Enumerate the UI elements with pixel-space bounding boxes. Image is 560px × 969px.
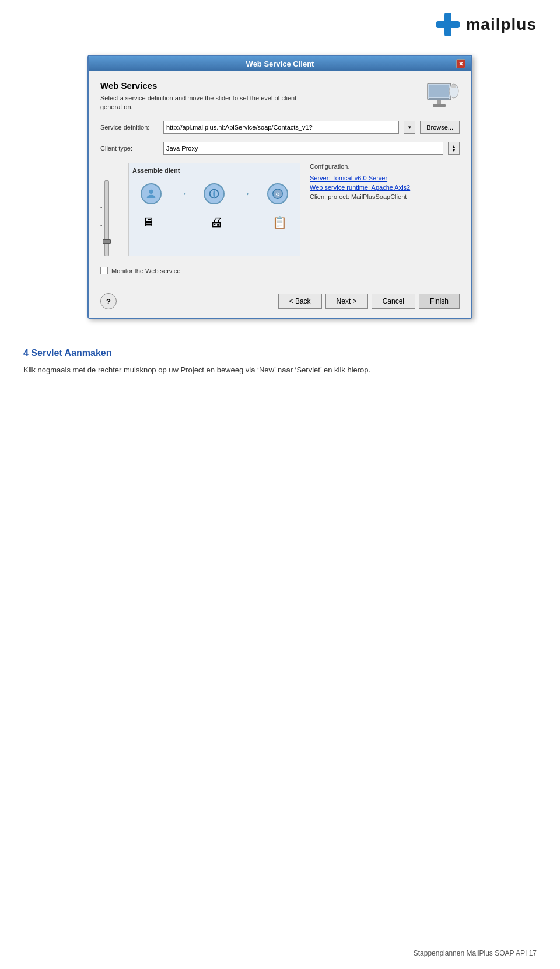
assemble-panel: - - - - Assemble dient (100, 163, 460, 256)
monitor-label: Monitor the Web service (111, 267, 180, 274)
diag-device-2: 🖨 (210, 215, 223, 230)
ws-subtitle: Select a service definition and move the… (100, 94, 296, 112)
slider-area: - - - - (100, 163, 128, 256)
dialog-wrapper: Web Service Client ✕ Web Services Select… (0, 49, 560, 336)
client-type-row: Client type: Java Proxy ▲▼ (100, 142, 460, 155)
browse-button[interactable]: Browse... (420, 121, 460, 134)
svg-rect-1 (436, 21, 460, 28)
ws-header: Web Services Select a service definition… (100, 81, 460, 113)
monitor-row: Monitor the Web service (100, 267, 460, 274)
slider-track-wrap (104, 163, 109, 256)
client-type-select[interactable]: Java Proxy (163, 142, 443, 155)
config-panel: Configuration. Server: Tomcat v6.0 Serve… (300, 163, 460, 256)
next-button[interactable]: Next > (326, 294, 368, 309)
diag-node-1 (141, 183, 162, 204)
dialog-title: Web Service Client (104, 60, 456, 68)
diag-device-3: 📋 (272, 215, 287, 229)
content-section: 4 Servlet Aanmaken Klik nogmaals met de … (0, 336, 560, 377)
client-type-spinner[interactable]: ▲▼ (448, 142, 460, 155)
svg-rect-6 (433, 104, 446, 107)
diag-node-3: ⚙ (267, 183, 288, 204)
dialog-window: Web Service Client ✕ Web Services Select… (88, 55, 473, 319)
help-button[interactable]: ? (100, 293, 117, 309)
service-def-row: Service defnition: ▾ Browse... (100, 121, 460, 134)
diag-device-1: 🖥 (142, 215, 155, 230)
finish-button[interactable]: Finish (419, 294, 460, 309)
dialog-body: Web Services Select a service definition… (89, 71, 471, 284)
server-link[interactable]: Server: Tomcat v6.0 Server (310, 175, 460, 182)
svg-rect-4 (429, 98, 449, 100)
diag-arrow-1: → (178, 189, 187, 199)
ws-section-title: Web Services (100, 81, 296, 90)
assemble-title: Assemble dient (132, 167, 296, 174)
ws-info: Web Services Select a service definition… (100, 81, 296, 112)
logo-text: mailplus (466, 15, 537, 34)
assemble-graphic: Assemble dient → (128, 163, 300, 256)
runtime-link[interactable]: Web service runtime: Apache Axis2 (310, 184, 460, 191)
dialog-close-button[interactable]: ✕ (456, 59, 466, 68)
diag-node-2 (204, 183, 225, 204)
slider-track[interactable] (104, 180, 109, 256)
slider-labels: - - - - (100, 163, 102, 256)
svg-rect-8 (452, 85, 456, 88)
config-title: Configuration. (310, 163, 460, 170)
client-type-value: Java Proxy (166, 145, 198, 152)
service-def-dropdown[interactable]: ▾ (404, 121, 415, 134)
section-heading: 4 Servlet Aanmaken (23, 348, 537, 358)
dialog-footer: ? < Back Next > Cancel Finish (89, 284, 471, 318)
logo-area: mailplus (435, 12, 537, 37)
svg-rect-3 (429, 85, 449, 97)
svg-rect-5 (438, 100, 441, 104)
diagram-row2: 🖥 🖨 📋 (132, 210, 296, 230)
svg-point-9 (149, 190, 153, 194)
section-text: Klik nogmaals met de rechter muisknop op… (23, 364, 537, 377)
header: mailplus (0, 0, 560, 49)
page-footer: Stappenplannen MailPlus SOAP API 17 (414, 949, 537, 957)
monitor-checkbox[interactable] (100, 267, 108, 274)
diagram-row1: → → ⚙ (132, 177, 296, 210)
cancel-button[interactable]: Cancel (372, 294, 415, 309)
slider-thumb[interactable] (103, 239, 111, 244)
diag-arrow-2: → (242, 189, 251, 199)
dialog-titlebar: Web Service Client ✕ (89, 56, 471, 71)
back-button[interactable]: < Back (278, 294, 322, 309)
client-item: Clien: pro ect: MailPlusSoapClient (310, 193, 460, 200)
client-type-label: Client type: (100, 145, 159, 152)
mailplus-logo-icon (435, 12, 461, 37)
service-def-input[interactable] (163, 121, 399, 134)
svg-text:⚙: ⚙ (275, 191, 280, 197)
wizard-icon (425, 81, 460, 113)
service-def-label: Service defnition: (100, 124, 159, 131)
